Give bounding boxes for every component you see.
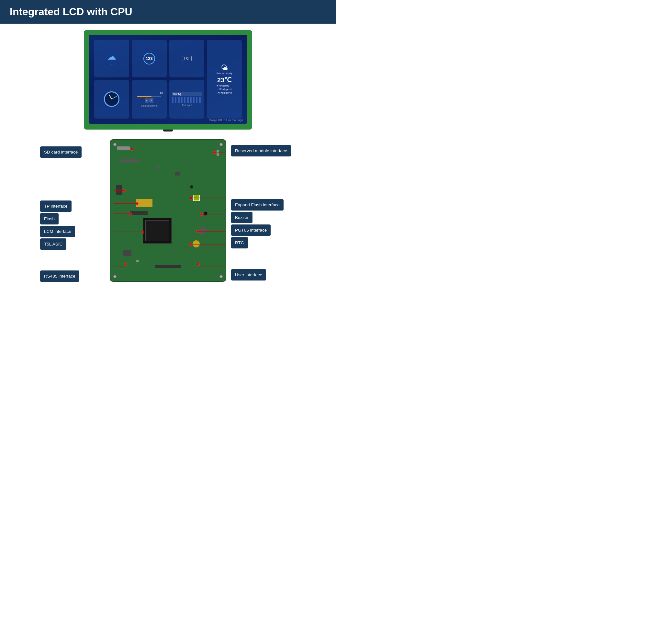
dot-sd: [130, 148, 134, 151]
dot-tp: [123, 189, 126, 192]
flash-component: [136, 199, 152, 207]
text-input-field: DWIN|: [172, 92, 202, 96]
label-rs485: RS485 interface: [40, 271, 79, 282]
data-adj-value: 20: [160, 92, 163, 95]
label-sd-card: SD card interface: [40, 146, 82, 158]
comp-cap1: [190, 185, 193, 189]
dot-reserved: [213, 151, 216, 154]
dot-expand-flash: [190, 196, 193, 200]
dot-flash: [136, 202, 139, 205]
dot-user: [197, 263, 200, 265]
dot-pgt05: [196, 230, 199, 233]
pcb-board-wrapper: [108, 139, 228, 282]
right-labels: Reserved module interface Expand Flash i…: [228, 139, 296, 282]
widget-number: 123: [132, 40, 167, 78]
screw-tl: [113, 142, 117, 146]
dot-buzzer: [200, 213, 203, 216]
adj-controls: - +: [145, 98, 153, 103]
pgt05-comp: [200, 227, 206, 234]
screw-tr: [219, 142, 223, 146]
page-header: Integrated LCD with CPU: [0, 0, 336, 24]
widget-data-adj: 20 - + Data adjustment: [132, 80, 167, 119]
swipe-hint: Swipe left to turn the page: [209, 119, 243, 122]
widget-txt: TXT: [169, 40, 204, 78]
left-labels: SD card interface TP interface Flash LCM…: [40, 139, 108, 283]
text-input-label: Text input: [182, 104, 192, 106]
lcd-section: ☁ · · · 123 TXT 🌤 Fair to cloudy 23℃: [0, 30, 336, 129]
number-display: 123: [143, 53, 155, 65]
comp-s4: [136, 260, 139, 262]
dot-rtc: [190, 243, 192, 246]
sd-slot: [117, 146, 130, 150]
widget-weather: 🌤 Fair to cloudy 23℃ ✈ Air quality → Win…: [207, 40, 242, 119]
label-buzzer: Buzzer: [231, 212, 252, 223]
dot-rs485: [124, 263, 127, 265]
weather-icon: 🌤: [216, 64, 232, 72]
label-expand-flash: Expand Flash interface: [231, 199, 283, 210]
label-pgt05: PGT05 interface: [231, 224, 271, 236]
clock-minute-hand: [112, 96, 117, 99]
screw-br: [219, 275, 223, 278]
label-rtc: RTC: [231, 237, 248, 248]
data-adj-label: Data adjustment: [141, 105, 158, 107]
slider-track: [137, 96, 161, 97]
screw-bl: [113, 275, 117, 278]
comp-s2: [175, 172, 180, 176]
label-reserved: Reserved module interface: [231, 145, 291, 156]
buzzer-comp: [203, 211, 208, 216]
dot-t5l: [141, 231, 144, 233]
comp-s3: [123, 250, 131, 256]
reserved-connector: [216, 150, 219, 156]
cloud-dots: · · ·: [110, 63, 114, 66]
label-t5l: T5L ASIC: [40, 238, 66, 250]
lcm-connector: [130, 211, 148, 215]
lcd-screen: ☁ · · · 123 TXT 🌤 Fair to cloudy 23℃: [89, 35, 247, 124]
cloud-icon: ☁: [107, 51, 116, 62]
label-user: User interface: [231, 269, 266, 281]
widget-text-input: DWIN| Text input: [169, 80, 204, 119]
bottom-connector: [155, 265, 181, 268]
widget-cloud: ☁ · · ·: [94, 40, 129, 78]
page-title: Integrated LCD with CPU: [10, 6, 326, 18]
weather-stats: ✈ Air quality → Wind speed · Air humidit…: [216, 84, 232, 95]
adj-plus: +: [149, 98, 153, 103]
pcb-board: [110, 139, 226, 282]
cpu-chip: [143, 218, 172, 244]
weather-temp: 23℃: [216, 76, 232, 84]
widget-clock: [94, 80, 129, 119]
expand-flash-comp: [193, 195, 200, 201]
tp-connector: [116, 185, 122, 195]
label-tp: TP interface: [40, 201, 72, 212]
weather-condition: Fair to cloudy: [216, 72, 232, 75]
mini-keyboard: [172, 97, 202, 103]
label-flash: Flash: [40, 213, 59, 224]
txt-label: TXT: [182, 56, 192, 61]
slider-fill: [137, 96, 152, 97]
lcd-outer-frame: ☁ · · · 123 TXT 🌤 Fair to cloudy 23℃: [84, 30, 252, 129]
cpu-inner: [145, 220, 169, 241]
comp-s1: [156, 166, 159, 168]
board-section: SD card interface TP interface Flash LCM…: [0, 139, 336, 296]
comp-row1: [120, 159, 140, 162]
lcd-notch: [163, 129, 173, 132]
dot-lcm: [129, 213, 132, 215]
rtc-battery: [193, 240, 200, 247]
clock-face: [104, 91, 120, 107]
label-lcm: LCM interface: [40, 226, 75, 237]
adj-minus: -: [145, 98, 149, 103]
